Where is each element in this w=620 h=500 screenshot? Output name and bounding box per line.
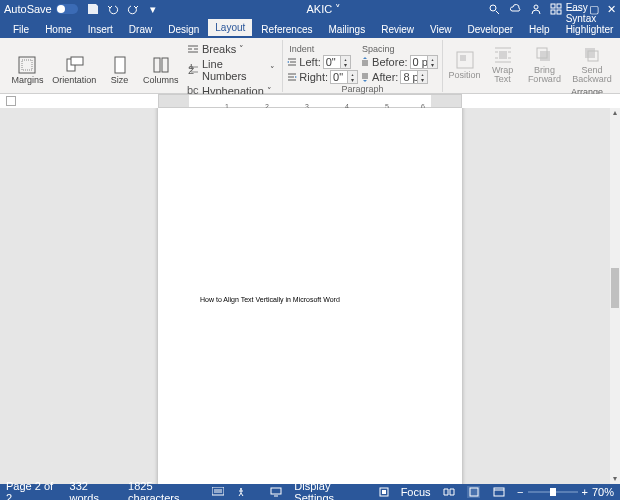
position-icon: [455, 50, 475, 70]
wrap-icon: [493, 45, 513, 65]
line-numbers-icon: 12: [187, 64, 199, 76]
horizontal-ruler[interactable]: 1 2 3 4 5 6: [158, 94, 462, 108]
indent-left-input[interactable]: 0"▴▾: [323, 55, 351, 69]
status-focus[interactable]: Focus: [401, 486, 431, 498]
ruler-bar: 1 2 3 4 5 6: [0, 94, 620, 108]
breaks-icon: [187, 43, 199, 55]
language-icon[interactable]: [212, 487, 224, 497]
tab-view[interactable]: View: [423, 21, 459, 38]
tab-developer[interactable]: Developer: [460, 21, 520, 38]
breaks-button[interactable]: Breaks ˅: [184, 42, 278, 56]
zoom-in-icon[interactable]: +: [582, 486, 588, 498]
vertical-scrollbar[interactable]: ▴ ▾: [610, 108, 620, 484]
scroll-down-icon[interactable]: ▾: [610, 474, 620, 484]
spacing-after-icon: [360, 72, 370, 82]
tab-home[interactable]: Home: [38, 21, 79, 38]
svg-rect-2: [551, 4, 555, 8]
status-words[interactable]: 332 words: [70, 480, 117, 500]
ruler-corner[interactable]: [6, 96, 16, 106]
web-layout-icon[interactable]: [492, 486, 505, 498]
tab-insert[interactable]: Insert: [81, 21, 120, 38]
position-button: Position: [447, 42, 483, 87]
document-title: AKIC ˅: [160, 3, 488, 16]
ribbon-tabs: File Home Insert Draw Design Layout Refe…: [0, 18, 620, 38]
scroll-up-icon[interactable]: ▴: [610, 108, 620, 118]
zoom-level[interactable]: 70%: [592, 486, 614, 498]
redo-icon[interactable]: [126, 2, 140, 16]
indent-left-icon: [287, 57, 297, 67]
margins-icon: [17, 55, 37, 75]
bring-forward-icon: [534, 45, 554, 65]
account-icon[interactable]: [530, 3, 542, 15]
group-label-paragraph: Paragraph: [287, 84, 437, 94]
tab-layout[interactable]: Layout: [208, 19, 252, 38]
tab-esh[interactable]: Easy Syntax Highlighter: [559, 0, 620, 38]
ribbon: Margins Orientation Size Columns Breaks …: [0, 38, 620, 94]
send-backward-icon: [582, 45, 602, 65]
svg-rect-21: [585, 48, 595, 58]
display-settings-icon[interactable]: [270, 487, 282, 497]
tab-mailings[interactable]: Mailings: [321, 21, 372, 38]
page[interactable]: How to Align Text Vertically in Microsof…: [158, 108, 462, 484]
tab-help[interactable]: Help: [522, 21, 557, 38]
scroll-thumb[interactable]: [611, 268, 619, 308]
indent-right-icon: [287, 72, 297, 82]
spacing-before-input[interactable]: 0 pt▴▾: [410, 55, 438, 69]
indent-right-input[interactable]: 0"▴▾: [330, 70, 358, 84]
size-button[interactable]: Size: [102, 42, 138, 98]
orientation-button[interactable]: Orientation: [49, 42, 100, 98]
svg-rect-11: [154, 58, 160, 72]
focus-icon[interactable]: [379, 487, 389, 497]
svg-rect-4: [551, 10, 555, 14]
accessibility-icon[interactable]: [236, 487, 246, 497]
line-numbers-button[interactable]: 12Line Numbers ˅: [184, 57, 278, 83]
svg-rect-7: [22, 60, 32, 70]
spacing-before-icon: [360, 57, 370, 67]
qat-dropdown-icon[interactable]: ▾: [146, 2, 160, 16]
columns-button[interactable]: Columns: [140, 42, 182, 98]
svg-point-1: [534, 5, 538, 9]
zoom-out-icon[interactable]: −: [517, 486, 523, 498]
undo-icon[interactable]: [106, 2, 120, 16]
document-text[interactable]: How to Align Text Vertically in Microsof…: [200, 296, 340, 303]
send-backward-button: Send Backward: [568, 42, 616, 87]
spacing-header: Spacing: [360, 44, 437, 54]
svg-point-0: [490, 5, 496, 11]
status-chars[interactable]: 1825 characters: [128, 480, 200, 500]
status-bar: Page 2 of 2 332 words 1825 characters Di…: [0, 484, 620, 500]
tab-draw[interactable]: Draw: [122, 21, 159, 38]
spacing-after-input[interactable]: 8 pt▴▾: [400, 70, 428, 84]
read-mode-icon[interactable]: [443, 486, 456, 498]
cloud-icon[interactable]: [508, 3, 522, 15]
svg-rect-10: [115, 57, 125, 73]
svg-rect-34: [494, 488, 504, 496]
orientation-icon: [64, 55, 84, 75]
wrap-text-button: Wrap Text: [485, 42, 521, 87]
status-page[interactable]: Page 2 of 2: [6, 480, 58, 500]
tab-design[interactable]: Design: [161, 21, 206, 38]
svg-rect-18: [499, 51, 507, 59]
tab-review[interactable]: Review: [374, 21, 421, 38]
save-icon[interactable]: [86, 2, 100, 16]
svg-rect-9: [71, 57, 83, 65]
tab-file[interactable]: File: [6, 21, 36, 38]
zoom-slider[interactable]: [528, 491, 578, 493]
autosave-toggle[interactable]: [56, 4, 78, 14]
svg-rect-28: [212, 487, 224, 495]
search-icon[interactable]: [488, 3, 500, 15]
columns-icon: [151, 55, 171, 75]
svg-rect-32: [382, 490, 386, 494]
svg-rect-30: [271, 488, 281, 494]
autosave-label: AutoSave: [4, 3, 52, 15]
group-page-setup: Margins Orientation Size Columns Breaks …: [4, 40, 283, 92]
margins-button[interactable]: Margins: [8, 42, 47, 98]
print-layout-icon[interactable]: [467, 486, 480, 498]
svg-rect-17: [460, 55, 466, 61]
bring-forward-button: Bring Forward: [523, 42, 567, 87]
svg-text:2: 2: [188, 64, 194, 76]
status-display[interactable]: Display Settings: [294, 480, 366, 500]
group-arrange: Position Wrap Text Bring Forward Send Ba…: [443, 40, 620, 92]
tab-references[interactable]: References: [254, 21, 319, 38]
svg-rect-12: [162, 58, 168, 72]
size-icon: [110, 55, 130, 75]
